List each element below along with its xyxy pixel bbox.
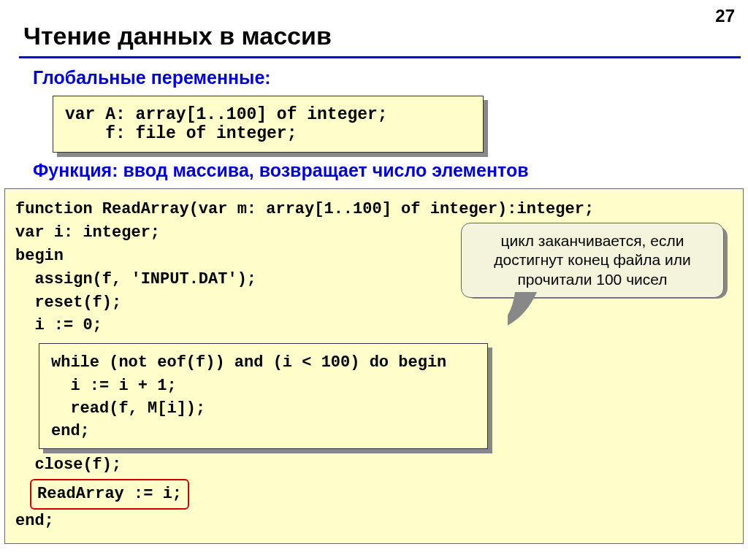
section-label-globals: Глобальные переменные: (33, 67, 748, 88)
page-number: 27 (715, 6, 735, 26)
close-line: close(f); (15, 453, 733, 477)
while-loop-code: while (not eof(f)) and (i < 100) do begi… (51, 351, 476, 442)
while-loop-box: while (not eof(f)) and (i < 100) do begi… (39, 343, 733, 449)
callout-text: цикл заканчивается, если достигнут конец… (494, 232, 690, 288)
callout: цикл заканчивается, если достигнут конец… (461, 223, 724, 298)
title-underline (19, 56, 741, 58)
function-code-block: function ReadArray(var m: array[1..100] … (4, 188, 744, 544)
result-highlight: ReadArray := i; (30, 479, 189, 510)
end-line: end; (15, 510, 733, 533)
callout-tail-shadow-icon (508, 292, 544, 336)
page-title: Чтение данных в массив (23, 22, 748, 50)
global-vars-box: var A: array[1..100] of integer; f: file… (53, 96, 748, 153)
global-vars-code: var A: array[1..100] of integer; f: file… (65, 105, 471, 143)
section-label-function: Функция: ввод массива, возвращает число … (33, 160, 748, 181)
result-line: ReadArray := i; (37, 485, 182, 503)
